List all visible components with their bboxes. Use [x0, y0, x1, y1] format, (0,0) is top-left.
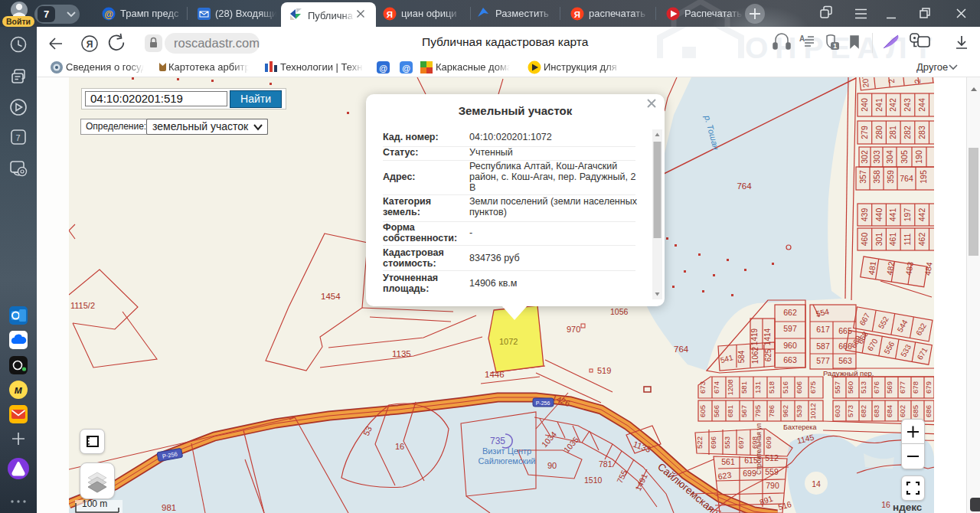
svg-text:567: 567 — [740, 405, 748, 417]
svg-text:7: 7 — [15, 133, 20, 142]
svg-text:195: 195 — [919, 170, 928, 184]
svg-text:Я: Я — [574, 10, 580, 19]
svg-text:1419: 1419 — [750, 328, 759, 345]
svg-text:@: @ — [402, 64, 410, 73]
svg-text:Сайлюгемский: Сайлюгемский — [478, 456, 535, 466]
svg-text:666: 666 — [838, 341, 852, 351]
svg-text:@: @ — [104, 9, 113, 20]
svg-text:131: 131 — [753, 381, 762, 394]
svg-text:283: 283 — [917, 126, 926, 139]
svg-text:1414: 1414 — [763, 328, 772, 345]
svg-text:603: 603 — [833, 405, 841, 417]
svg-text:684: 684 — [885, 405, 893, 417]
svg-text:665: 665 — [838, 326, 852, 335]
svg-text:282: 282 — [903, 126, 912, 139]
svg-text:1012: 1012 — [808, 403, 817, 419]
svg-text:625: 625 — [764, 348, 773, 361]
svg-text:442: 442 — [917, 208, 926, 222]
svg-text:566: 566 — [712, 405, 720, 417]
svg-text:602: 602 — [898, 405, 906, 417]
svg-text:Визит Центр: Визит Центр — [482, 446, 531, 456]
svg-text:207: 207 — [860, 77, 871, 88]
svg-text:305: 305 — [900, 150, 909, 164]
svg-text:764: 764 — [674, 345, 689, 354]
svg-text:781: 781 — [599, 459, 612, 469]
svg-text:357: 357 — [858, 170, 867, 184]
svg-text:241: 241 — [874, 98, 884, 112]
svg-text:678: 678 — [911, 381, 920, 394]
svg-text:A: A — [799, 34, 805, 43]
svg-text:439: 439 — [860, 208, 869, 222]
svg-text:512: 512 — [765, 453, 779, 462]
svg-text:301: 301 — [874, 233, 884, 247]
svg-text:685: 685 — [911, 405, 920, 417]
svg-text:563: 563 — [838, 356, 852, 365]
svg-text:605: 605 — [698, 405, 707, 417]
svg-text:roscadastr.com: roscadastr.com — [174, 36, 260, 50]
svg-text:16: 16 — [881, 500, 890, 509]
svg-text:462: 462 — [917, 233, 926, 247]
svg-text:1510: 1510 — [584, 475, 603, 485]
svg-text:@: @ — [379, 64, 387, 73]
svg-text:697: 697 — [737, 436, 745, 449]
svg-text:609: 609 — [764, 436, 773, 449]
svg-text:617: 617 — [816, 325, 830, 334]
svg-text:679: 679 — [924, 381, 933, 394]
svg-text:981: 981 — [162, 503, 176, 512]
svg-text:280: 280 — [874, 126, 884, 139]
svg-text:1072: 1072 — [499, 337, 518, 346]
svg-text:513: 513 — [859, 381, 867, 394]
svg-text:606: 606 — [795, 381, 803, 394]
svg-text:359: 359 — [886, 170, 895, 184]
svg-text:279: 279 — [860, 126, 869, 139]
svg-text:14: 14 — [812, 479, 821, 488]
svg-text:686: 686 — [924, 405, 933, 417]
svg-text:240: 240 — [860, 98, 869, 112]
svg-text:795: 795 — [753, 405, 762, 417]
svg-text:1446: 1446 — [485, 370, 505, 379]
svg-text:786: 786 — [767, 405, 776, 417]
svg-text:681: 681 — [726, 405, 734, 417]
svg-text:970: 970 — [567, 325, 580, 334]
svg-text:111: 111 — [903, 233, 912, 245]
svg-text:559: 559 — [765, 467, 779, 476]
svg-text:Бахтерека: Бахтерека — [783, 423, 817, 431]
svg-text:461: 461 — [888, 233, 897, 247]
svg-text:675: 675 — [808, 381, 817, 394]
svg-text:560: 560 — [846, 381, 854, 394]
svg-text:Строительная ул: Строительная ул — [755, 423, 763, 475]
svg-text:962: 962 — [781, 405, 789, 417]
svg-text:522: 522 — [695, 436, 704, 449]
svg-text:P-256: P-256 — [536, 400, 550, 406]
svg-text:682: 682 — [859, 405, 867, 417]
svg-text:676: 676 — [872, 381, 880, 394]
svg-text:303: 303 — [872, 150, 881, 164]
svg-text:790: 790 — [766, 481, 779, 490]
svg-text:561: 561 — [721, 457, 735, 466]
svg-text:557: 557 — [833, 381, 841, 394]
svg-text:519: 519 — [597, 366, 611, 375]
svg-text:677: 677 — [898, 381, 906, 394]
svg-text:1135: 1135 — [392, 349, 411, 358]
svg-text:281: 281 — [888, 126, 897, 139]
svg-text:1208: 1208 — [726, 379, 734, 395]
svg-text:539: 539 — [795, 405, 803, 417]
svg-text:440: 440 — [874, 208, 884, 222]
svg-text:663: 663 — [783, 355, 797, 364]
svg-text:Радужный пер.: Радужный пер. — [823, 369, 874, 377]
svg-text:90: 90 — [547, 461, 557, 470]
svg-text:197: 197 — [903, 208, 912, 222]
svg-text:584: 584 — [737, 350, 746, 363]
svg-text:190: 190 — [914, 150, 923, 164]
svg-text:597: 597 — [783, 324, 797, 333]
svg-text:623: 623 — [717, 470, 732, 481]
svg-text:581: 581 — [740, 381, 748, 394]
svg-text:673: 673 — [698, 381, 707, 394]
svg-text:358: 358 — [872, 170, 881, 184]
svg-text:683: 683 — [872, 405, 880, 417]
svg-text:16: 16 — [395, 442, 404, 451]
svg-text:1: 1 — [833, 42, 837, 50]
svg-text:Войти: Войти — [6, 17, 31, 26]
svg-text:244: 244 — [917, 98, 926, 112]
svg-text:441: 441 — [888, 208, 897, 222]
